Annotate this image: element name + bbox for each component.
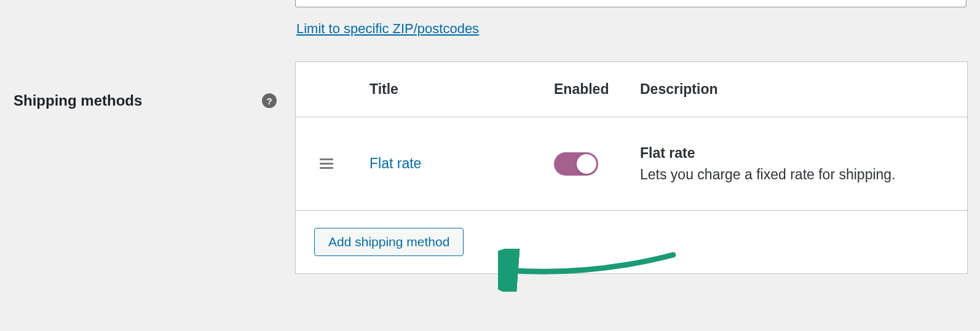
enabled-toggle[interactable] [554,152,598,176]
shipping-methods-table: Title Enabled Description Flat rate Flat [295,61,968,274]
method-desc-title: Flat rate [640,145,955,162]
limit-zip-link[interactable]: Limit to specific ZIP/postcodes [296,21,479,37]
shipping-methods-label: Shipping methods [14,92,142,109]
table-row: Flat rate Flat rate Lets you charge a fi… [296,117,967,211]
add-shipping-method-button[interactable]: Add shipping method [314,228,464,256]
drag-handle-icon[interactable] [296,158,357,169]
header-enabled: Enabled [554,81,640,98]
header-description: Description [640,81,967,98]
region-input-bottom-edge[interactable] [295,0,966,7]
table-header-row: Title Enabled Description [296,62,967,117]
method-title-link[interactable]: Flat rate [369,155,421,171]
header-title: Title [357,81,554,98]
help-icon[interactable]: ? [262,93,277,108]
toggle-knob [577,154,596,174]
method-desc-text: Lets you charge a fixed rate for shippin… [640,166,955,183]
